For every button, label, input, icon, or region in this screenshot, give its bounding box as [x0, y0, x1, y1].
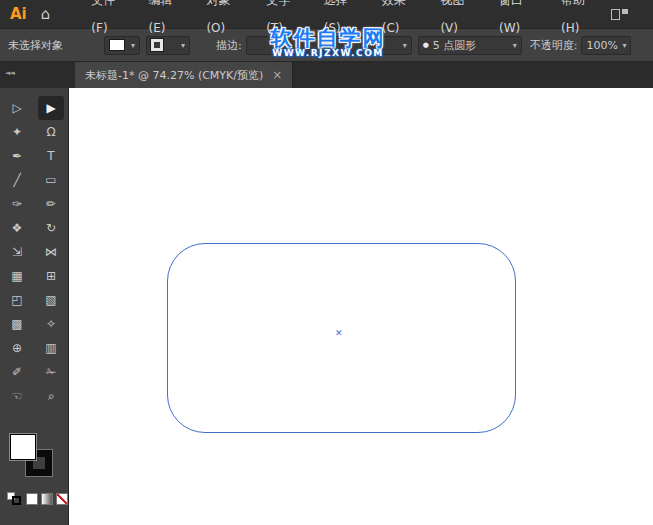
scale-tool[interactable]: ⇲ — [4, 240, 30, 264]
chevron-down-icon: ▾ — [622, 41, 626, 50]
document-tab[interactable]: 未标题-1* @ 74.27% (CMYK/预览) × — [75, 62, 293, 88]
home-icon[interactable]: ⌂ — [35, 5, 57, 23]
shape-builder-tool[interactable]: ⊕ — [4, 336, 30, 360]
pen-tool[interactable]: ✒ — [4, 144, 30, 168]
type-tool[interactable]: T — [38, 144, 64, 168]
tools-grid: ▷▶✦Ω✒T╱▭✑✏❖↻⇲⋈▦⊞◰▧▩✧⊕▥✐✁☜⌕ — [0, 96, 68, 408]
menu-bar: Ai ⌂ 文件(F)编辑(E)对象(O)文字(T)选择(S)效果(C)视图(V)… — [0, 0, 653, 28]
none-button[interactable] — [56, 493, 68, 505]
swatch-mini-buttons — [7, 492, 68, 506]
tab-bar: 未标题-1* @ 74.27% (CMYK/预览) × — [69, 62, 653, 88]
opacity-dropdown[interactable]: 100% ▾ — [581, 36, 631, 55]
selection-status: 未选择对象 — [8, 38, 80, 53]
perspective-grid-tool[interactable]: ⊞ — [38, 264, 64, 288]
shaper-tool[interactable]: ❖ — [4, 216, 30, 240]
drawn-shape[interactable] — [167, 243, 516, 433]
free-transform-tool[interactable]: ▦ — [4, 264, 30, 288]
opacity-value: 100% — [586, 39, 617, 52]
workspace-square-small-icon — [622, 9, 628, 14]
graph-tool[interactable]: ▥ — [38, 336, 64, 360]
rotate-tool[interactable]: ↻ — [38, 216, 64, 240]
width-profile-dropdown[interactable]: ▾ — [300, 36, 412, 55]
paintbrush-tool[interactable]: ✑ — [4, 192, 30, 216]
collapse-double-arrow-icon: ◄◄ — [5, 69, 14, 77]
color-button[interactable] — [26, 493, 38, 505]
eyedropper-tool[interactable]: ✧ — [38, 312, 64, 336]
gradient-button[interactable] — [41, 493, 53, 505]
workspace-switcher-icon[interactable] — [611, 8, 629, 21]
stroke-swatch-icon — [151, 39, 163, 51]
gradient-tool[interactable]: ▩ — [4, 312, 30, 336]
default-swatches-icon[interactable] — [7, 492, 23, 506]
width-tool[interactable]: ⋈ — [38, 240, 64, 264]
fill-color-well[interactable] — [10, 434, 36, 460]
chevron-down-icon: ▾ — [513, 41, 517, 50]
main-area: ◄◄ 未标题-1* @ 74.27% (CMYK/预览) × ▷▶✦Ω✒T╱▭✑… — [0, 62, 653, 525]
chevron-down-icon: ▾ — [287, 41, 291, 50]
pencil-tool[interactable]: ✏ — [38, 192, 64, 216]
hand-tool[interactable]: ☜ — [4, 384, 30, 408]
chevron-down-icon: ▾ — [403, 41, 407, 50]
close-icon[interactable]: × — [272, 68, 282, 82]
chevron-down-icon: ▾ — [181, 41, 185, 50]
app-logo-icon[interactable]: Ai — [0, 5, 35, 23]
brush-definition-dropdown[interactable]: ● 5 点圆形 ▾ — [418, 36, 522, 55]
knife-tool[interactable]: ✁ — [38, 360, 64, 384]
brush-thumbnail-icon: ● — [423, 41, 429, 49]
zoom-tool[interactable]: ⌕ — [38, 384, 64, 408]
fill-stroke-swatches — [10, 434, 56, 482]
center-point-marker: ✕ — [335, 328, 343, 338]
smooth-tool[interactable]: ✐ — [4, 360, 30, 384]
tools-collapse-button[interactable]: ◄◄ — [0, 62, 69, 88]
document-tab-title: 未标题-1* @ 74.27% (CMYK/预览) — [85, 68, 263, 83]
illustrator-window: Ai ⌂ 文件(F)编辑(E)对象(O)文字(T)选择(S)效果(C)视图(V)… — [0, 0, 653, 525]
stroke-weight-label: 描边: — [216, 38, 242, 53]
lasso-tool[interactable]: Ω — [38, 120, 64, 144]
stroke-color-dropdown[interactable]: ▾ — [146, 36, 190, 55]
default-stroke-icon — [12, 496, 21, 505]
tools-panel: ▷▶✦Ω✒T╱▭✑✏❖↻⇲⋈▦⊞◰▧▩✧⊕▥✐✁☜⌕ — [0, 88, 69, 525]
brush-definition-value: 5 点圆形 — [433, 38, 477, 53]
fill-color-dropdown[interactable]: ▾ — [104, 36, 140, 55]
symbol-sprayer-tool[interactable]: ▧ — [38, 288, 64, 312]
rectangle-tool[interactable]: ▭ — [38, 168, 64, 192]
canvas[interactable]: ✕ — [69, 88, 653, 525]
chevron-down-icon: ▾ — [131, 41, 135, 50]
workspace-square-icon — [611, 9, 620, 20]
selection-tool[interactable]: ▶ — [38, 96, 64, 120]
line-segment-tool[interactable]: ╱ — [4, 168, 30, 192]
opacity-label: 不透明度: — [530, 38, 578, 53]
artboard-tool[interactable]: ◰ — [4, 288, 30, 312]
magic-wand-tool[interactable]: ✦ — [4, 120, 30, 144]
direct-selection-tool[interactable]: ▷ — [4, 96, 30, 120]
fill-swatch-icon — [109, 39, 125, 51]
stroke-weight-dropdown[interactable]: ▾ — [246, 36, 296, 55]
